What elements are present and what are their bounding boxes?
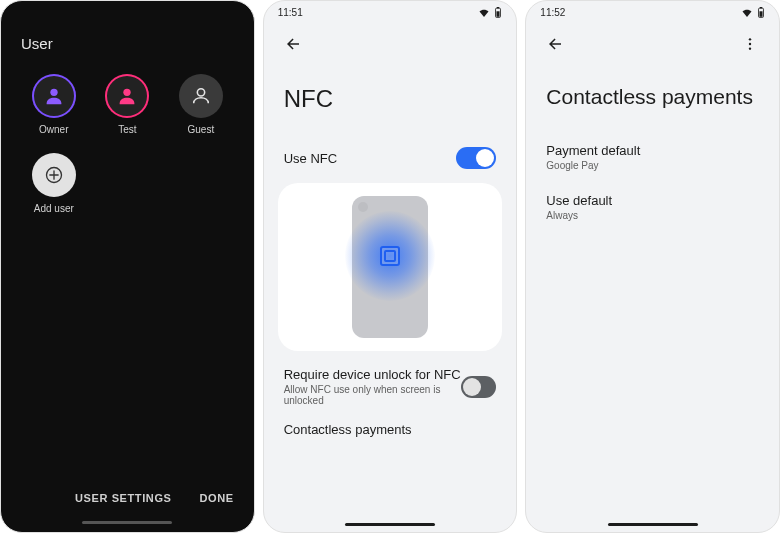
user-settings-button[interactable]: USER SETTINGS [75, 492, 171, 504]
svg-point-1 [124, 89, 131, 96]
back-button[interactable] [276, 27, 310, 61]
status-time: 11:51 [278, 7, 303, 18]
svg-point-11 [749, 43, 751, 45]
more-vert-icon [742, 36, 758, 52]
user-label: Add user [34, 203, 74, 214]
user-test[interactable]: Test [93, 74, 163, 135]
user-panel-title: User [1, 1, 254, 64]
nfc-chip-icon [380, 246, 400, 266]
page-title: Contactless payments [526, 59, 779, 133]
use-default-row[interactable]: Use default Always [526, 183, 779, 233]
use-nfc-row[interactable]: Use NFC [264, 137, 517, 179]
use-default-value: Always [546, 210, 759, 221]
back-button[interactable] [538, 27, 572, 61]
require-unlock-toggle[interactable] [461, 376, 497, 398]
user-owner[interactable]: Owner [19, 74, 89, 135]
person-outline-icon [190, 85, 212, 107]
done-button[interactable]: DONE [199, 492, 233, 504]
contactless-payments-label: Contactless payments [284, 422, 412, 437]
nav-gesture-bar[interactable] [82, 521, 172, 524]
battery-icon [494, 7, 502, 18]
status-time: 11:52 [540, 7, 565, 18]
battery-icon [757, 7, 765, 18]
add-user-circle [32, 153, 76, 197]
require-unlock-row[interactable]: Require device unlock for NFC Allow NFC … [264, 361, 517, 412]
svg-point-2 [197, 89, 204, 96]
use-nfc-label: Use NFC [284, 151, 337, 166]
require-unlock-label: Require device unlock for NFC [284, 367, 461, 382]
user-label: Guest [188, 124, 215, 135]
nfc-settings-screen: 11:51 NFC Use NFC Require device unlock … [263, 0, 518, 533]
contactless-payments-row[interactable]: Contactless payments [264, 412, 517, 447]
payment-default-label: Payment default [546, 143, 759, 158]
app-bar [264, 23, 517, 59]
add-user[interactable]: Add user [19, 153, 89, 214]
arrow-back-icon [284, 35, 302, 53]
nfc-illustration [278, 183, 503, 351]
nav-gesture-bar[interactable] [608, 523, 698, 526]
person-icon [116, 85, 138, 107]
user-grid: Owner Test Guest [1, 64, 254, 214]
use-default-label: Use default [546, 193, 759, 208]
person-icon [43, 85, 65, 107]
svg-rect-9 [759, 11, 762, 17]
avatar-guest [179, 74, 223, 118]
page-title: NFC [264, 59, 517, 137]
overflow-menu-button[interactable] [733, 27, 767, 61]
user-guest[interactable]: Guest [166, 74, 236, 135]
wifi-icon [741, 7, 753, 17]
require-unlock-sub: Allow NFC use only when screen is unlock… [284, 384, 461, 406]
nav-gesture-bar[interactable] [345, 523, 435, 526]
svg-rect-5 [497, 7, 499, 8]
status-bar: 11:51 [264, 1, 517, 23]
app-bar [526, 23, 779, 59]
svg-point-0 [50, 89, 57, 96]
user-switcher-screen: User Owner Test [0, 0, 255, 533]
user-label: Test [118, 124, 136, 135]
use-nfc-toggle[interactable] [456, 147, 496, 169]
user-label: Owner [39, 124, 68, 135]
status-bar: 11:52 [526, 1, 779, 23]
user-footer: USER SETTINGS DONE [1, 492, 254, 532]
avatar-owner [32, 74, 76, 118]
payment-default-value: Google Pay [546, 160, 759, 171]
plus-circle-icon [44, 165, 64, 185]
payment-default-row[interactable]: Payment default Google Pay [526, 133, 779, 183]
svg-point-12 [749, 47, 751, 49]
contactless-payments-screen: 11:52 Contactless payments Payment defau… [525, 0, 780, 533]
avatar-test [105, 74, 149, 118]
svg-point-10 [749, 38, 751, 40]
nfc-glow [345, 211, 435, 301]
svg-rect-6 [497, 11, 500, 17]
svg-rect-8 [760, 7, 762, 8]
wifi-icon [478, 7, 490, 17]
arrow-back-icon [546, 35, 564, 53]
phone-camera-dot [358, 202, 368, 212]
